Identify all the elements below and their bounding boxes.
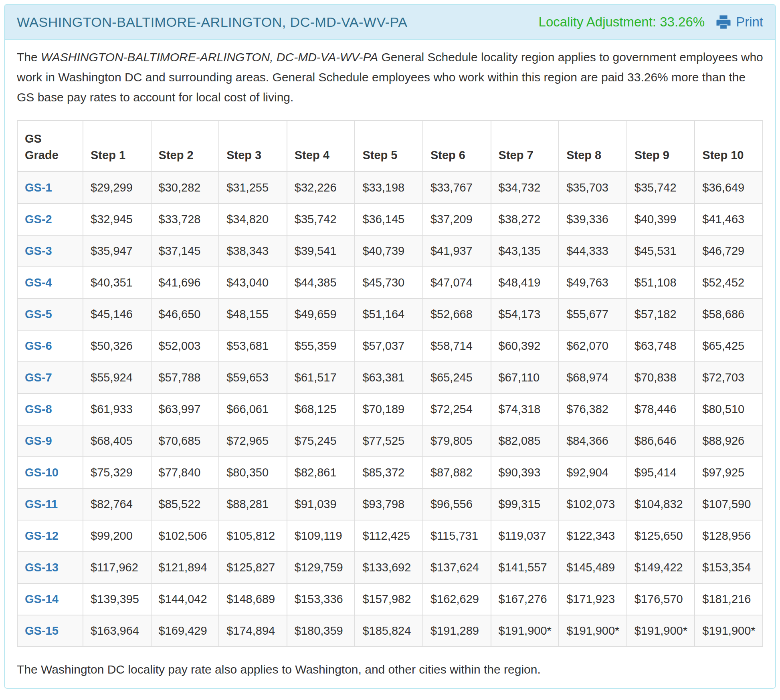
pay-cell: $139,395 xyxy=(83,583,151,615)
pay-cell: $92,904 xyxy=(559,457,627,488)
column-header-step: Step 7 xyxy=(491,121,559,171)
pay-cell: $45,730 xyxy=(355,267,423,299)
grade-link[interactable]: GS-1 xyxy=(25,181,52,194)
grade-link[interactable]: GS-8 xyxy=(25,403,52,416)
pay-cell: $191,900* xyxy=(695,615,763,647)
grade-link[interactable]: GS-13 xyxy=(25,561,59,574)
pay-cell: $57,182 xyxy=(627,299,695,330)
pay-cell: $93,798 xyxy=(355,488,423,520)
pay-cell: $70,838 xyxy=(627,362,695,393)
pay-cell: $119,037 xyxy=(491,520,559,552)
pay-cell: $50,326 xyxy=(83,330,151,362)
grade-link[interactable]: GS-12 xyxy=(25,529,59,542)
pay-cell: $58,686 xyxy=(695,299,763,330)
grade-link[interactable]: GS-10 xyxy=(25,466,59,479)
pay-cell: $36,649 xyxy=(695,171,763,204)
column-header-step: Step 6 xyxy=(423,121,491,171)
pay-cell: $41,463 xyxy=(695,204,763,235)
pay-cell: $86,646 xyxy=(627,425,695,457)
pay-cell: $47,074 xyxy=(423,267,491,299)
grade-cell: GS-6 xyxy=(17,330,83,362)
table-row: GS-10$75,329$77,840$80,350$82,861$85,372… xyxy=(17,457,763,488)
grade-link[interactable]: GS-6 xyxy=(25,339,52,352)
pay-cell: $57,037 xyxy=(355,330,423,362)
column-header-step: Step 5 xyxy=(355,121,423,171)
pay-cell: $144,042 xyxy=(151,583,219,615)
pay-cell: $55,359 xyxy=(287,330,355,362)
pay-cell: $58,714 xyxy=(423,330,491,362)
pay-cell: $41,696 xyxy=(151,267,219,299)
pay-cell: $129,759 xyxy=(287,552,355,583)
grade-link[interactable]: GS-5 xyxy=(25,308,52,321)
pay-cell: $75,245 xyxy=(287,425,355,457)
pay-cell: $61,517 xyxy=(287,362,355,393)
grade-link[interactable]: GS-4 xyxy=(25,276,52,289)
pay-cell: $78,446 xyxy=(627,393,695,425)
grade-link[interactable]: GS-14 xyxy=(25,593,59,605)
pay-cell: $95,414 xyxy=(627,457,695,488)
table-row: GS-8$61,933$63,997$66,061$68,125$70,189$… xyxy=(17,393,763,425)
grade-cell: GS-12 xyxy=(17,520,83,552)
pay-cell: $68,405 xyxy=(83,425,151,457)
pay-cell: $41,937 xyxy=(423,235,491,267)
table-row: GS-15$163,964$169,429$174,894$180,359$18… xyxy=(17,615,763,647)
pay-cell: $65,245 xyxy=(423,362,491,393)
pay-cell: $48,419 xyxy=(491,267,559,299)
pay-cell: $82,861 xyxy=(287,457,355,488)
pay-cell: $102,073 xyxy=(559,488,627,520)
pay-cell: $104,832 xyxy=(627,488,695,520)
footer-note: The Washington DC locality pay rate also… xyxy=(17,661,763,678)
grade-cell: GS-9 xyxy=(17,425,83,457)
table-row: GS-5$45,146$46,650$48,155$49,659$51,164$… xyxy=(17,299,763,330)
panel-heading: WASHINGTON-BALTIMORE-ARLINGTON, DC-MD-VA… xyxy=(5,5,775,40)
pay-cell: $79,805 xyxy=(423,425,491,457)
pay-cell: $162,629 xyxy=(423,583,491,615)
pay-cell: $145,489 xyxy=(559,552,627,583)
pay-cell: $67,110 xyxy=(491,362,559,393)
grade-link[interactable]: GS-9 xyxy=(25,434,52,447)
grade-link[interactable]: GS-11 xyxy=(25,498,58,510)
pay-cell: $80,510 xyxy=(695,393,763,425)
pay-cell: $74,318 xyxy=(491,393,559,425)
pay-cell: $59,653 xyxy=(219,362,287,393)
pay-cell: $80,350 xyxy=(219,457,287,488)
print-button[interactable]: Print xyxy=(715,13,763,31)
page-title: WASHINGTON-BALTIMORE-ARLINGTON, DC-MD-VA… xyxy=(17,13,407,31)
grade-link[interactable]: GS-3 xyxy=(25,244,52,257)
grade-link[interactable]: GS-15 xyxy=(25,624,59,637)
column-header-step: Step 10 xyxy=(695,121,763,171)
grade-cell: GS-1 xyxy=(17,171,83,204)
pay-cell: $85,372 xyxy=(355,457,423,488)
grade-link[interactable]: GS-2 xyxy=(25,213,52,226)
pay-cell: $99,200 xyxy=(83,520,151,552)
pay-cell: $40,739 xyxy=(355,235,423,267)
pay-cell: $75,329 xyxy=(83,457,151,488)
pay-cell: $109,119 xyxy=(287,520,355,552)
column-header-step: Step 9 xyxy=(627,121,695,171)
column-header-step: Step 8 xyxy=(559,121,627,171)
grade-cell: GS-5 xyxy=(17,299,83,330)
pay-cell: $35,703 xyxy=(559,171,627,204)
pay-cell: $35,947 xyxy=(83,235,151,267)
pay-cell: $87,882 xyxy=(423,457,491,488)
grade-cell: GS-7 xyxy=(17,362,83,393)
pay-cell: $52,452 xyxy=(695,267,763,299)
pay-cell: $122,343 xyxy=(559,520,627,552)
pay-cell: $33,728 xyxy=(151,204,219,235)
pay-cell: $171,923 xyxy=(559,583,627,615)
table-row: GS-4$40,351$41,696$43,040$44,385$45,730$… xyxy=(17,267,763,299)
pay-cell: $191,289 xyxy=(423,615,491,647)
grade-cell: GS-11 xyxy=(17,488,83,520)
pay-cell: $105,812 xyxy=(219,520,287,552)
pay-cell: $31,255 xyxy=(219,171,287,204)
column-header-step: Step 3 xyxy=(219,121,287,171)
grade-cell: GS-3 xyxy=(17,235,83,267)
grade-link[interactable]: GS-7 xyxy=(25,371,52,384)
pay-cell: $54,173 xyxy=(491,299,559,330)
pay-cell: $153,336 xyxy=(287,583,355,615)
pay-cell: $49,659 xyxy=(287,299,355,330)
pay-cell: $34,732 xyxy=(491,171,559,204)
pay-cell: $141,557 xyxy=(491,552,559,583)
pay-cell: $157,982 xyxy=(355,583,423,615)
table-row: GS-9$68,405$70,685$72,965$75,245$77,525$… xyxy=(17,425,763,457)
